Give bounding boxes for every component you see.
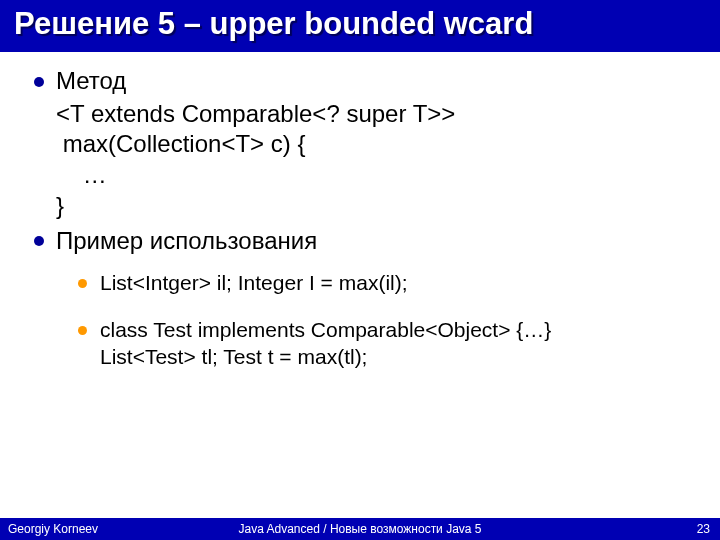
sub-bullet-2: class Test implements Comparable<Object>… [78, 317, 690, 371]
sub-list: List<Intger> il; Integer I = max(il); cl… [34, 270, 690, 371]
footer-page-number: 23 [697, 522, 710, 536]
sub-bullet-1-text: List<Intger> il; Integer I = max(il); [100, 271, 408, 294]
footer-author: Georgiy Korneev [8, 522, 98, 536]
code-line-3: … [56, 160, 690, 191]
code-line-1: <T extends Comparable<? super T>> [56, 99, 690, 130]
sub-bullet-1: List<Intger> il; Integer I = max(il); [78, 270, 690, 297]
code-line-2: max(Collection<T> c) { [56, 129, 690, 160]
code-line-4: } [56, 191, 690, 222]
sub-bullet-2-line2: List<Test> tl; Test t = max(tl); [100, 344, 690, 371]
bullet-method: Метод [34, 66, 690, 97]
slide: Решение 5 – upper bounded wcard Метод <T… [0, 0, 720, 540]
footer: Georgiy Korneev Java Advanced / Новые во… [0, 518, 720, 540]
title-bar: Решение 5 – upper bounded wcard [0, 0, 720, 52]
bullet-example-label: Пример использования [56, 227, 317, 254]
footer-title: Java Advanced / Новые возможности Java 5 [0, 522, 720, 536]
code-block: <T extends Comparable<? super T>> max(Co… [34, 99, 690, 222]
sub-bullet-2-line1: class Test implements Comparable<Object>… [100, 317, 690, 344]
bullet-method-label: Метод [56, 67, 126, 94]
slide-title: Решение 5 – upper bounded wcard [14, 6, 706, 42]
slide-body: Метод <T extends Comparable<? super T>> … [0, 52, 720, 371]
bullet-example: Пример использования [34, 226, 690, 257]
